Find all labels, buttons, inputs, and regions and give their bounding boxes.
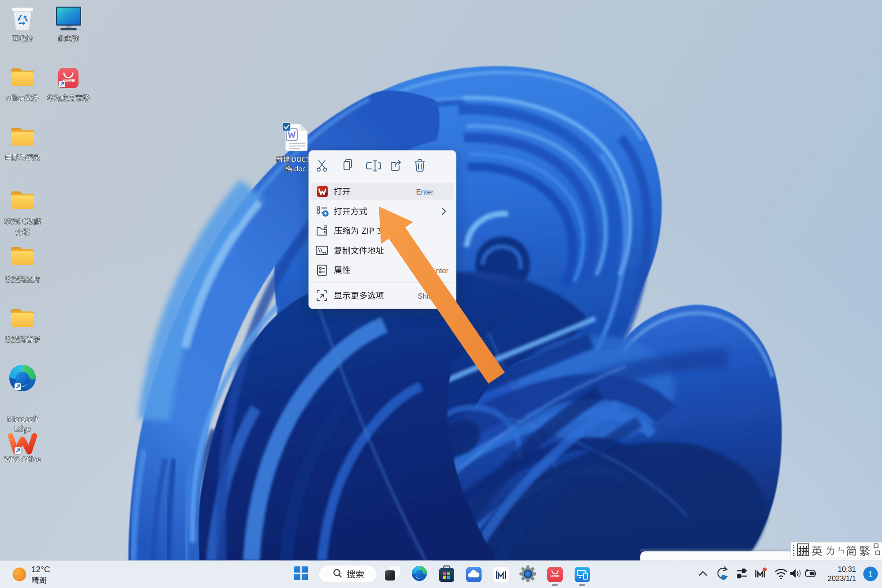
svg-text:12°C: 12°C	[31, 565, 50, 574]
svg-text:10:31: 10:31	[838, 565, 856, 573]
svg-text:HUAWEI: HUAWEI	[551, 575, 560, 577]
svg-text:1: 1	[868, 570, 872, 578]
svg-text:2023/1/1: 2023/1/1	[828, 574, 856, 582]
svg-text:Enter: Enter	[416, 188, 434, 196]
